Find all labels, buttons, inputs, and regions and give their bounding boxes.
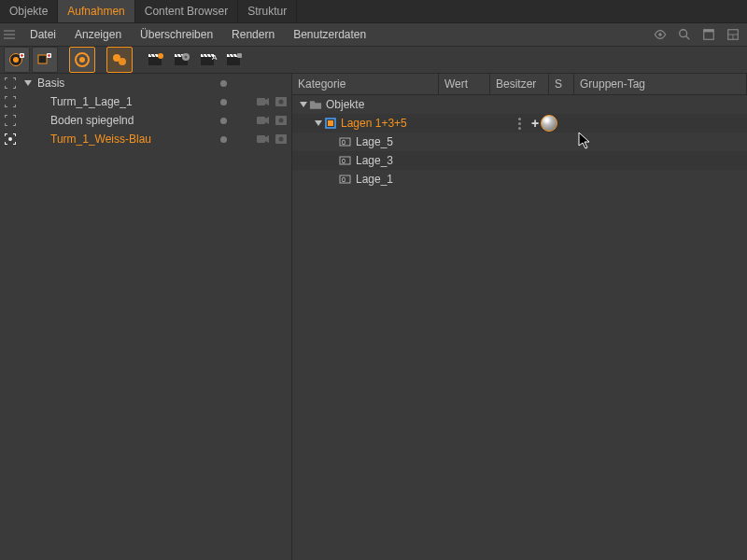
takes-tree: Basis Turm_1_Lage_1 Boden spiegelnd <box>0 74 292 560</box>
layer-icon: 0 <box>339 173 352 186</box>
svg-rect-82 <box>5 142 6 145</box>
svg-line-2 <box>686 36 690 40</box>
material-tag-icon[interactable] <box>541 115 557 132</box>
take-row-child[interactable]: Boden spiegelnd <box>0 111 291 130</box>
col-besitzer[interactable]: Besitzer <box>490 74 549 94</box>
target-icon[interactable] <box>0 77 21 90</box>
col-s[interactable]: S <box>549 74 574 94</box>
drag-grip-icon[interactable] <box>4 26 15 43</box>
take-row-child[interactable]: Turm_1_Weiss-Blau <box>0 130 291 148</box>
svg-rect-52 <box>15 86 16 89</box>
override-row[interactable]: 0Lage_3 <box>292 151 747 170</box>
svg-point-26 <box>158 53 163 59</box>
tb-clap-b[interactable] <box>222 48 247 72</box>
take-label: Basis <box>35 77 213 90</box>
svg-point-76 <box>279 119 284 123</box>
layers-icon <box>324 117 337 130</box>
svg-marker-74 <box>265 117 269 124</box>
override-row[interactable]: Lagen 1+3+5+ <box>292 114 747 133</box>
svg-text:0: 0 <box>342 158 345 164</box>
add-tag-button[interactable]: + <box>531 117 539 130</box>
override-row[interactable]: 0Lage_1 <box>292 170 747 189</box>
svg-rect-72 <box>15 123 16 126</box>
svg-marker-87 <box>265 135 269 143</box>
svg-rect-60 <box>15 105 16 107</box>
take-row-child[interactable]: Turm_1_Lage_1 <box>0 92 291 111</box>
layer-icon: 0 <box>339 154 352 167</box>
override-label: Objekte <box>322 98 364 111</box>
visibility-dot-icon[interactable] <box>220 80 227 87</box>
cam-icon[interactable] <box>254 133 273 145</box>
target-icon[interactable] <box>0 95 21 108</box>
svg-rect-68 <box>15 115 16 118</box>
menu-ueberschreiben[interactable]: Überschreiben <box>131 24 222 45</box>
take-row-basis[interactable]: Basis <box>0 74 291 92</box>
svg-text:0: 0 <box>342 176 345 183</box>
svg-rect-58 <box>5 105 6 107</box>
target-active-icon[interactable] <box>0 133 21 146</box>
folder-icon <box>309 98 322 111</box>
svg-rect-46 <box>5 77 6 80</box>
more-icon[interactable] <box>516 117 522 130</box>
svg-point-0 <box>658 33 662 36</box>
svg-rect-84 <box>15 142 16 145</box>
cam-icon[interactable] <box>254 96 273 107</box>
visibility-dot-icon[interactable] <box>220 99 227 105</box>
take-label: Boden spiegelnd <box>35 114 213 127</box>
menu-benutzerdaten[interactable]: Benutzerdaten <box>284 24 375 45</box>
svg-text:A: A <box>212 53 218 62</box>
menu-rendern[interactable]: Rendern <box>222 24 284 45</box>
layout-icon[interactable] <box>726 28 740 41</box>
target-icon[interactable] <box>0 114 21 127</box>
override-label: Lagen 1+3+5 <box>337 117 407 130</box>
visibility-dot-icon[interactable] <box>220 136 227 143</box>
svg-point-32 <box>185 56 188 59</box>
render-icon[interactable] <box>273 133 291 145</box>
expander-icon[interactable] <box>298 102 309 107</box>
svg-marker-62 <box>265 98 269 105</box>
expander-icon[interactable] <box>21 80 35 86</box>
tb-auto-take[interactable] <box>69 47 95 73</box>
override-header: Kategorie Wert Besitzer S Gruppen-Tag <box>292 74 747 95</box>
tb-new-take[interactable] <box>4 47 30 73</box>
expander-icon[interactable] <box>313 120 324 126</box>
svg-rect-66 <box>5 115 6 118</box>
svg-rect-39 <box>227 57 240 65</box>
tab-struktur[interactable]: Struktur <box>238 0 297 22</box>
svg-rect-56 <box>15 96 16 99</box>
tb-clap-gear[interactable] <box>170 48 194 72</box>
svg-rect-50 <box>5 86 6 89</box>
svg-point-18 <box>79 57 85 63</box>
search-icon[interactable] <box>678 28 691 41</box>
svg-point-20 <box>119 58 126 65</box>
tab-objekte[interactable]: Objekte <box>0 0 58 22</box>
take-label: Turm_1_Weiss-Blau <box>35 133 213 146</box>
tb-new-child-take[interactable] <box>32 47 58 73</box>
cam-icon[interactable] <box>254 115 273 126</box>
render-icon[interactable] <box>273 115 291 126</box>
col-wert[interactable]: Wert <box>439 74 490 94</box>
menu-datei[interactable]: Datei <box>21 24 65 45</box>
svg-point-89 <box>279 137 284 142</box>
tb-clap-mark[interactable] <box>144 48 168 72</box>
svg-point-9 <box>13 57 19 63</box>
visibility-dot-icon[interactable] <box>220 118 227 124</box>
menu-anzeigen[interactable]: Anzeigen <box>65 24 131 45</box>
svg-rect-73 <box>257 117 265 124</box>
tb-clap-a[interactable]: A <box>196 48 220 72</box>
override-row[interactable]: Objekte <box>292 95 747 114</box>
svg-point-1 <box>680 30 687 37</box>
tb-lock-override[interactable] <box>106 47 133 73</box>
layer-icon: 0 <box>339 135 352 148</box>
eye-icon[interactable] <box>654 28 667 41</box>
override-label: Lage_3 <box>352 154 393 167</box>
tab-content-browser[interactable]: Content Browser <box>135 0 238 22</box>
col-kategorie[interactable]: Kategorie <box>292 74 439 94</box>
panel-icon[interactable] <box>702 28 715 41</box>
tab-aufnahmen[interactable]: Aufnahmen <box>58 0 134 22</box>
render-icon[interactable] <box>273 96 291 107</box>
override-row[interactable]: 0Lage_5 <box>292 133 747 151</box>
take-label: Turm_1_Lage_1 <box>35 95 213 108</box>
svg-rect-44 <box>237 53 242 58</box>
col-gruppen-tag[interactable]: Gruppen-Tag <box>574 74 747 94</box>
